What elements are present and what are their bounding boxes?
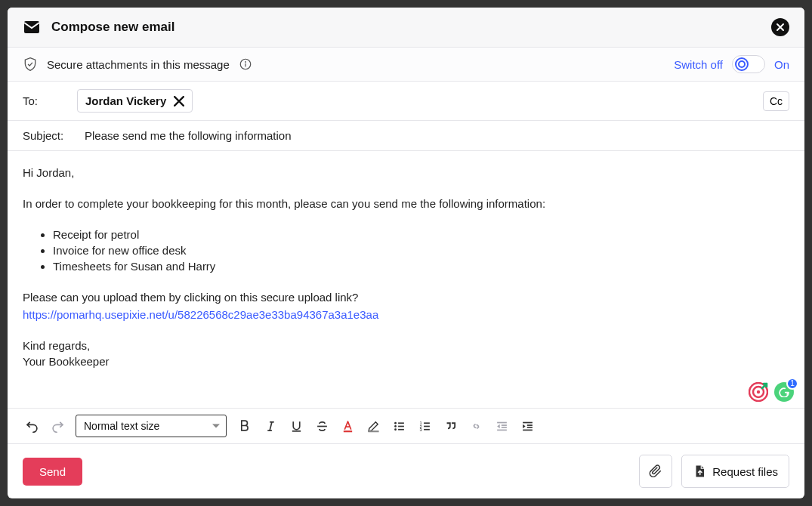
compose-modal: Compose new email Secure attachments in …	[8, 8, 804, 498]
info-icon[interactable]	[239, 57, 252, 71]
list-item: Timesheets for Susan and Harry	[53, 258, 789, 274]
subject-input[interactable]	[83, 128, 789, 143]
body-request-list: Receipt for petrol Invoice for new offic…	[23, 227, 789, 274]
paperclip-icon	[649, 464, 662, 478]
request-files-label: Request files	[712, 465, 778, 478]
undo-button[interactable]	[23, 417, 41, 435]
email-body-editor[interactable]: Hi Jordan, In order to complete your boo…	[8, 151, 804, 408]
sig-line: Kind regards,	[23, 338, 789, 353]
to-row: To: Jordan Vickery Cc	[8, 82, 804, 121]
editor-toolbar: Normal text size	[8, 408, 804, 443]
strikethrough-button[interactable]	[313, 417, 331, 435]
text-color-button[interactable]	[338, 417, 357, 435]
italic-button[interactable]	[261, 417, 279, 435]
modal-title: Compose new email	[51, 20, 174, 35]
quote-button[interactable]	[441, 417, 459, 435]
link-button[interactable]	[467, 417, 485, 435]
svg-text:3: 3	[419, 427, 421, 431]
shield-icon	[23, 57, 38, 72]
svg-rect-13	[368, 430, 378, 432]
cc-button[interactable]: Cc	[763, 91, 789, 111]
svg-point-16	[394, 428, 397, 430]
svg-rect-12	[343, 430, 351, 432]
svg-point-6	[757, 390, 760, 393]
switch-off-link[interactable]: Switch off	[674, 58, 723, 71]
close-button[interactable]	[771, 18, 789, 36]
signature: Kind regards, Your Bookkeeper	[23, 338, 789, 369]
compose-footer: Send Request files	[8, 443, 804, 498]
secure-toggle[interactable]	[732, 55, 765, 73]
modal-header: Compose new email	[8, 8, 804, 48]
font-size-select[interactable]: Normal text size	[76, 415, 227, 437]
body-greeting: Hi Jordan,	[23, 165, 789, 180]
sig-line: Your Bookkeeper	[23, 353, 789, 369]
svg-point-2	[245, 61, 246, 63]
recipient-name: Jordan Vickery	[85, 94, 166, 107]
font-size-value: Normal text size	[84, 420, 159, 432]
indent-button[interactable]	[518, 417, 536, 435]
svg-rect-3	[245, 63, 245, 67]
body-intro: In order to complete your bookkeeping fo…	[23, 196, 789, 211]
to-label: To:	[23, 94, 65, 107]
underline-button[interactable]	[287, 417, 305, 435]
numbered-list-button[interactable]: 123	[415, 417, 434, 435]
on-label[interactable]: On	[774, 58, 789, 71]
list-item: Invoice for new office desk	[53, 242, 789, 258]
bullet-list-button[interactable]	[390, 417, 408, 435]
target-icon[interactable]	[749, 382, 768, 402]
body-upload-prompt: Please can you upload them by clicking o…	[23, 289, 789, 305]
list-item: Receipt for petrol	[53, 227, 789, 242]
outdent-button[interactable]	[492, 417, 511, 435]
floating-badges: 1	[749, 382, 794, 402]
request-files-button[interactable]: Request files	[681, 455, 789, 488]
highlight-button[interactable]	[364, 417, 382, 435]
subject-label: Subject:	[23, 129, 71, 142]
subject-row: Subject:	[8, 121, 804, 151]
envelope-icon	[23, 18, 41, 36]
send-button[interactable]: Send	[23, 458, 82, 486]
grammar-badge-count: 1	[786, 378, 798, 390]
secure-attachments-bar: Secure attachments in this message Switc…	[8, 48, 804, 82]
redo-button[interactable]	[48, 417, 66, 435]
remove-recipient-icon[interactable]	[174, 96, 184, 106]
chevron-down-icon	[212, 424, 220, 428]
svg-point-15	[394, 425, 397, 427]
svg-line-9	[270, 421, 272, 430]
attach-file-button[interactable]	[639, 455, 672, 488]
secure-upload-link[interactable]: https://pomarhq.usepixie.net/u/58226568c…	[23, 308, 378, 321]
file-upload-icon	[693, 464, 706, 478]
bold-button[interactable]	[236, 417, 254, 435]
recipient-chip[interactable]: Jordan Vickery	[77, 89, 193, 113]
secure-attachments-label: Secure attachments in this message	[47, 58, 230, 71]
svg-point-14	[394, 421, 397, 424]
grammar-badge[interactable]: 1	[774, 382, 794, 402]
